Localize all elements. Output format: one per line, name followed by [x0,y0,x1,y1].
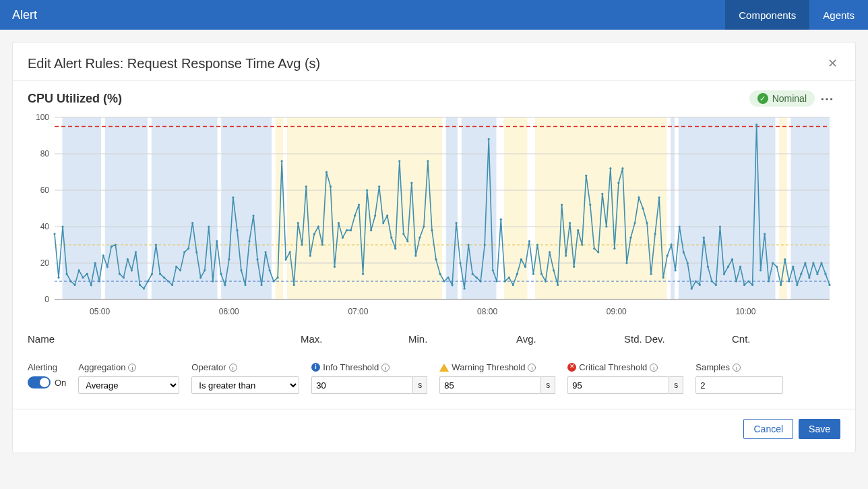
svg-point-125 [418,237,421,239]
info-icon[interactable]: i [128,364,136,372]
tab-components[interactable]: Components [725,0,809,30]
svg-point-143 [492,269,494,271]
samples-input[interactable] [695,376,783,394]
svg-text:80: 80 [40,149,50,159]
svg-point-55 [135,251,137,253]
svg-point-144 [496,280,498,282]
svg-point-72 [204,269,206,271]
info-icon[interactable]: i [528,364,536,372]
svg-point-117 [386,214,388,217]
svg-point-84 [252,214,254,217]
svg-point-103 [330,185,332,188]
svg-point-192 [691,287,693,289]
svg-point-142 [488,138,490,140]
info-icon[interactable]: i [650,364,658,372]
svg-point-58 [147,280,149,282]
svg-rect-11 [679,117,776,299]
svg-point-105 [338,222,340,224]
svg-text:09:00: 09:00 [607,307,627,316]
svg-point-110 [358,204,360,206]
svg-point-124 [414,255,416,257]
svg-point-69 [191,222,193,224]
svg-text:08:00: 08:00 [477,307,497,316]
svg-point-62 [163,277,165,279]
svg-point-216 [788,280,790,282]
unit-label: s [412,376,427,394]
svg-point-132 [447,277,449,279]
svg-point-221 [808,277,810,279]
info-threshold-input[interactable] [311,376,412,394]
info-icon[interactable]: i [733,364,741,372]
svg-point-63 [167,280,169,282]
svg-point-190 [683,251,685,253]
svg-point-129 [435,258,437,260]
svg-point-82 [244,284,246,286]
svg-point-191 [687,262,689,264]
svg-point-175 [621,167,623,169]
svg-point-112 [366,189,368,191]
close-icon[interactable]: ✕ [825,53,840,74]
svg-point-209 [760,269,762,271]
svg-point-140 [480,280,482,282]
svg-point-220 [804,262,806,264]
samples-group: Samples i [695,362,783,394]
svg-text:60: 60 [40,185,50,195]
svg-point-134 [455,222,457,224]
svg-point-152 [528,240,530,242]
info-threshold-group: Info Threshold i s [311,362,427,394]
svg-point-159 [557,284,559,286]
svg-point-151 [524,266,526,268]
tab-agents[interactable]: Agents [809,0,868,30]
svg-point-106 [342,237,344,239]
svg-point-54 [131,269,133,271]
svg-point-95 [297,222,299,224]
info-threshold-icon [311,363,320,372]
svg-point-174 [617,182,619,184]
svg-point-40 [74,284,76,286]
operator-select[interactable]: Is greater than [191,376,299,394]
warning-threshold-label: Warning Threshold [452,362,525,372]
svg-point-135 [459,262,461,264]
svg-point-88 [269,269,271,271]
more-icon[interactable]: ⋯ [815,90,840,107]
svg-point-73 [208,225,210,227]
info-icon[interactable]: i [381,364,390,372]
warning-threshold-input[interactable] [439,376,540,394]
svg-point-213 [776,266,778,268]
svg-point-194 [699,284,701,286]
svg-rect-10 [671,117,675,299]
svg-point-155 [540,273,542,275]
aggregation-select[interactable]: Average [78,376,179,394]
status-badge: ✓ Nominal [749,90,815,107]
cancel-button[interactable]: Cancel [743,419,793,439]
cpu-chart: 02040608010005:0006:0007:0008:0009:0010:… [28,111,836,320]
svg-point-47 [102,255,104,257]
svg-rect-13 [791,117,830,299]
svg-point-219 [800,273,802,275]
status-text: Nominal [772,93,807,104]
svg-text:100: 100 [36,113,49,122]
svg-point-181 [646,222,648,224]
alerting-toggle[interactable] [28,376,51,389]
svg-point-64 [171,284,173,286]
svg-point-156 [545,280,547,282]
svg-point-164 [577,229,579,231]
svg-point-50 [115,243,117,246]
col-min: Min. [408,333,516,345]
svg-point-189 [679,225,681,227]
save-button[interactable]: Save [799,419,840,439]
critical-threshold-input[interactable] [567,376,669,394]
svg-point-70 [195,251,197,253]
svg-point-61 [159,273,161,275]
alert-form: Alerting On Aggregation i Average Operat… [13,351,855,409]
svg-point-141 [484,243,486,246]
svg-point-108 [350,229,352,231]
modal-title: Edit Alert Rules: Request Response Time … [28,56,825,71]
svg-point-193 [695,280,697,282]
svg-point-186 [666,255,669,257]
svg-point-46 [98,280,100,282]
svg-point-184 [658,196,660,198]
svg-point-91 [281,160,283,162]
svg-point-148 [512,284,514,286]
info-icon[interactable]: i [229,364,237,372]
